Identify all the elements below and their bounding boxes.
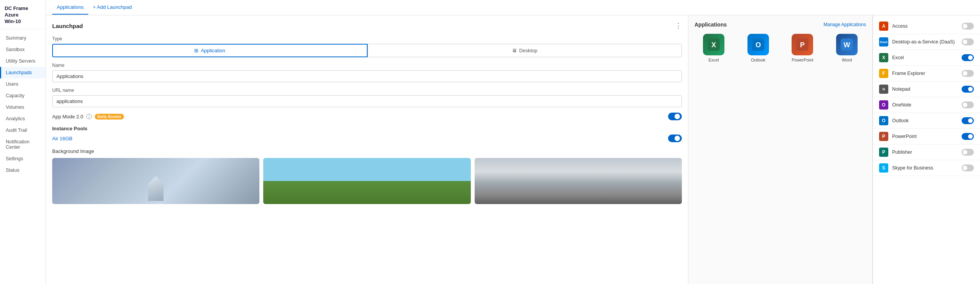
manage-app-row-powerpoint: P PowerPoint	[873, 129, 980, 144]
logo-text: DC Frame AzureWin-10	[5, 5, 41, 25]
desktop-label: Desktop	[519, 48, 538, 53]
word-label: Word	[842, 58, 852, 62]
sidebar-item-capacity[interactable]: Capacity	[0, 90, 46, 101]
manage-app-row-frame: F Frame Explorer	[873, 66, 980, 81]
skype-toggle[interactable]	[962, 164, 974, 171]
manage-app-row-publisher: P Publisher	[873, 144, 980, 160]
bg-image-3[interactable]	[475, 158, 682, 204]
type-application-button[interactable]: ⊞ Application	[52, 44, 368, 57]
sidebar-item-launchpads[interactable]: Launchpads	[0, 67, 46, 78]
frame-app-icon: F	[879, 69, 888, 78]
instance-pool-link[interactable]: Air 16GB	[52, 136, 73, 141]
sidebar-item-status[interactable]: Status	[0, 164, 46, 176]
url-input[interactable]	[52, 95, 682, 107]
name-field-label: Name	[52, 63, 682, 68]
early-access-badge: Early Access	[95, 114, 124, 120]
sidebar-item-notification-center[interactable]: Notification Center	[0, 136, 46, 153]
applications-title: Applications	[695, 22, 727, 28]
svg-text:P: P	[800, 41, 805, 49]
content-area: Launchpad ⋮ Type ⊞ Application 🖥 Desktop	[46, 15, 980, 284]
launchpad-header: Launchpad ⋮	[52, 22, 682, 30]
appmode-toggle[interactable]	[668, 113, 682, 120]
instance-pool-toggle[interactable]	[668, 135, 682, 142]
appmode-label: App Mode 2.0	[52, 114, 83, 120]
word-icon: W	[836, 34, 858, 55]
frame-toggle[interactable]	[962, 70, 974, 77]
bg-image-title: Background Image	[52, 148, 682, 154]
manage-app-left-powerpoint: P PowerPoint	[879, 132, 917, 141]
app-icons-grid: X Excel O Outlook P PowerPoint	[695, 34, 866, 62]
frame-app-name: Frame Explorer	[892, 71, 925, 76]
sidebar-logo: DC Frame AzureWin-10	[0, 0, 46, 29]
app-icon-item-powerpoint[interactable]: P PowerPoint	[784, 34, 822, 62]
main-content: Applications + Add Launchpad Launchpad ⋮…	[46, 0, 980, 284]
notepad-app-icon: N	[879, 85, 888, 94]
powerpoint-label: PowerPoint	[792, 58, 813, 62]
manage-applications-link[interactable]: Manage Applications	[823, 22, 866, 27]
outlook2-app-icon: O	[879, 116, 888, 125]
instance-pool-row: Air 16GB	[52, 135, 682, 142]
powerpoint2-app-icon: P	[879, 132, 888, 141]
manage-app-row-access: A Access	[873, 18, 980, 34]
daas-app-icon: DaaS	[879, 37, 888, 47]
type-desktop-button[interactable]: 🖥 Desktop	[368, 44, 682, 57]
manage-app-left-onenote: O OneNote	[879, 100, 911, 110]
url-field-label: URL name	[52, 88, 682, 93]
sidebar-item-sandbox[interactable]: Sandbox	[0, 44, 46, 55]
svg-text:X: X	[711, 41, 716, 49]
sidebar: DC Frame AzureWin-10 Summary Sandbox Uti…	[0, 0, 46, 284]
bg-images-row	[52, 158, 682, 204]
info-icon[interactable]: i	[86, 114, 92, 119]
sidebar-item-audit-trail[interactable]: Audit Trail	[0, 125, 46, 136]
sidebar-item-utility-servers[interactable]: Utility Servers	[0, 55, 46, 67]
app-icon-item-word[interactable]: W Word	[828, 34, 866, 62]
manage-app-left-publisher: P Publisher	[879, 148, 912, 157]
svg-text:O: O	[756, 41, 761, 49]
sidebar-item-analytics[interactable]: Analytics	[0, 113, 46, 125]
excel2-app-icon: X	[879, 53, 888, 62]
name-input[interactable]	[52, 70, 682, 82]
manage-app-left-excel: X Excel	[879, 53, 904, 62]
tabs-bar: Applications + Add Launchpad	[46, 0, 980, 15]
type-selector: ⊞ Application 🖥 Desktop	[52, 44, 682, 57]
manage-app-row-daas: DaaS Desktop-as-a-Service (DaaS)	[873, 34, 980, 50]
powerpoint2-app-name: PowerPoint	[892, 134, 917, 139]
manage-app-left-daas: DaaS Desktop-as-a-Service (DaaS)	[879, 37, 955, 47]
access-toggle[interactable]	[962, 23, 974, 30]
onenote-toggle[interactable]	[962, 101, 974, 108]
manage-app-left-access: A Access	[879, 22, 907, 31]
bg-image-1[interactable]	[52, 158, 259, 204]
app-icon-item-outlook[interactable]: O Outlook	[739, 34, 777, 62]
manage-applications-panel: A Access DaaS Desktop-as-a-Service (DaaS…	[873, 15, 980, 284]
notepad-toggle[interactable]	[962, 86, 974, 93]
background-image-section: Background Image	[52, 148, 682, 204]
sidebar-item-users[interactable]: Users	[0, 78, 46, 90]
manage-app-row-notepad: N Notepad	[873, 81, 980, 97]
publisher-toggle[interactable]	[962, 149, 974, 156]
bg-image-2[interactable]	[263, 158, 470, 204]
sidebar-item-summary[interactable]: Summary	[0, 32, 46, 44]
application-label: Application	[201, 48, 225, 53]
desktop-icon: 🖥	[512, 48, 517, 53]
publisher-app-icon: P	[879, 148, 888, 157]
sidebar-item-volumes[interactable]: Volumes	[0, 101, 46, 113]
tab-add-launchpad[interactable]: + Add Launchpad	[90, 0, 135, 15]
sidebar-item-settings[interactable]: Settings	[0, 153, 46, 164]
outlook-toggle[interactable]	[962, 117, 974, 124]
daas-toggle[interactable]	[962, 38, 974, 45]
launchpad-menu-button[interactable]: ⋮	[675, 22, 682, 30]
powerpoint-toggle[interactable]	[962, 133, 974, 140]
powerpoint-icon: P	[792, 34, 813, 55]
instance-pools-title: Instance Pools	[52, 126, 682, 131]
applications-panel: Applications Manage Applications X Excel…	[688, 15, 873, 284]
name-field-group: Name	[52, 63, 682, 82]
type-label: Type	[52, 36, 682, 42]
daas-app-name: Desktop-as-a-Service (DaaS)	[892, 39, 955, 45]
tab-applications[interactable]: Applications	[52, 0, 88, 15]
instance-pools-section: Instance Pools Air 16GB	[52, 126, 682, 142]
excel-toggle[interactable]	[962, 54, 974, 61]
app-icon-item-excel[interactable]: X Excel	[695, 34, 733, 62]
skype-app-name: Skype for Business	[892, 165, 933, 171]
manage-app-row-onenote: O OneNote	[873, 97, 980, 113]
excel2-app-name: Excel	[892, 55, 904, 60]
